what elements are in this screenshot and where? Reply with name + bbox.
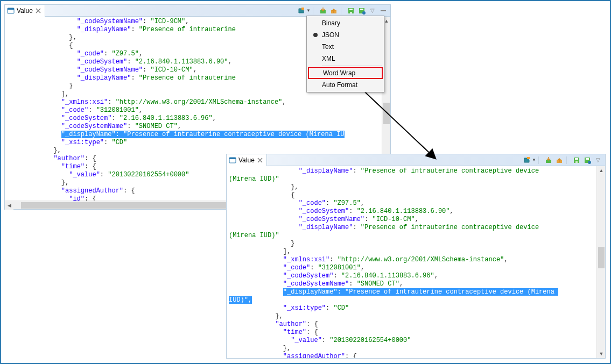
svg-rect-20 (575, 161, 578, 163)
value-tab[interactable]: Value (5, 5, 45, 17)
content-type-dropdown-icon[interactable] (522, 155, 532, 165)
svg-rect-22 (586, 158, 589, 160)
value-tab-icon (229, 156, 236, 164)
toolbar: ▼ ▽ (522, 155, 605, 165)
bullet-icon (311, 31, 320, 39)
import-icon[interactable] (544, 155, 553, 165)
menu-item-auto-format[interactable]: Auto Format (308, 79, 383, 91)
export-icon[interactable] (554, 155, 564, 165)
svg-point-10 (362, 11, 366, 15)
separator (538, 156, 542, 164)
separator (566, 156, 570, 164)
menu-item-label: Auto Format (322, 81, 357, 89)
menu-item-label: Text (322, 43, 334, 51)
menu-item-word-wrap[interactable]: Word Wrap (308, 67, 383, 79)
minimize-icon[interactable] (378, 6, 388, 16)
vertical-scrollbar[interactable]: ▲ ▼ (596, 166, 605, 358)
titlebar: Value ▼ ▽ (227, 154, 605, 166)
content-type-dropdown-icon[interactable] (297, 6, 306, 16)
close-icon[interactable] (35, 8, 41, 14)
svg-rect-14 (229, 158, 236, 159)
caret-down-icon[interactable]: ▼ (532, 158, 536, 162)
view-menu-icon[interactable]: ▽ (368, 6, 377, 16)
svg-rect-19 (575, 158, 578, 160)
export-icon[interactable] (329, 6, 339, 16)
scroll-down-icon[interactable]: ▼ (597, 349, 605, 358)
separator (341, 7, 344, 15)
view-menu-icon[interactable]: ▽ (593, 155, 603, 165)
value-tab-icon (7, 7, 15, 15)
scroll-thumb[interactable] (383, 103, 390, 124)
menu-item-xml[interactable]: XML (308, 53, 383, 65)
menu-item-binary[interactable]: Binary (308, 17, 383, 29)
svg-rect-1 (8, 8, 14, 10)
tab-label: Value (17, 7, 33, 15)
value-panel-after: Value ▼ ▽ "_displayName": "Presence of i… (226, 154, 606, 359)
menu-item-label: Word Wrap (323, 69, 355, 77)
scroll-up-icon[interactable]: ▲ (597, 166, 605, 175)
svg-point-23 (588, 161, 591, 164)
save-icon[interactable] (572, 155, 581, 165)
svg-rect-7 (350, 12, 352, 13)
scroll-left-icon[interactable]: ◀ (5, 201, 13, 210)
tab-label: Value (238, 156, 255, 164)
close-icon[interactable] (257, 157, 263, 163)
save-as-icon[interactable] (357, 6, 367, 16)
menu-item-json[interactable]: JSON (308, 29, 383, 41)
menu-item-label: Binary (322, 19, 340, 27)
menu-item-label: JSON (322, 31, 339, 39)
save-as-icon[interactable] (582, 155, 592, 165)
toolbar: ▼ ▽ (297, 6, 390, 16)
value-tab[interactable]: Value (227, 154, 267, 166)
save-icon[interactable] (346, 6, 356, 16)
menu-item-text[interactable]: Text (308, 41, 383, 53)
separator (313, 7, 316, 15)
import-icon[interactable] (318, 6, 328, 16)
scroll-thumb[interactable] (598, 247, 605, 268)
content-type-menu: BinaryJSONTextXMLWord WrapAuto Format (306, 16, 384, 92)
code-content[interactable]: "_displayName": "Presence of intrauterin… (227, 166, 596, 358)
svg-rect-15 (527, 157, 530, 159)
menu-item-label: XML (322, 55, 335, 62)
svg-rect-11 (381, 10, 386, 11)
svg-rect-2 (301, 8, 304, 10)
svg-rect-6 (349, 9, 353, 10)
titlebar: Value ▼ ▽ (5, 5, 390, 17)
caret-down-icon[interactable]: ▼ (306, 8, 311, 13)
svg-rect-9 (360, 9, 363, 10)
